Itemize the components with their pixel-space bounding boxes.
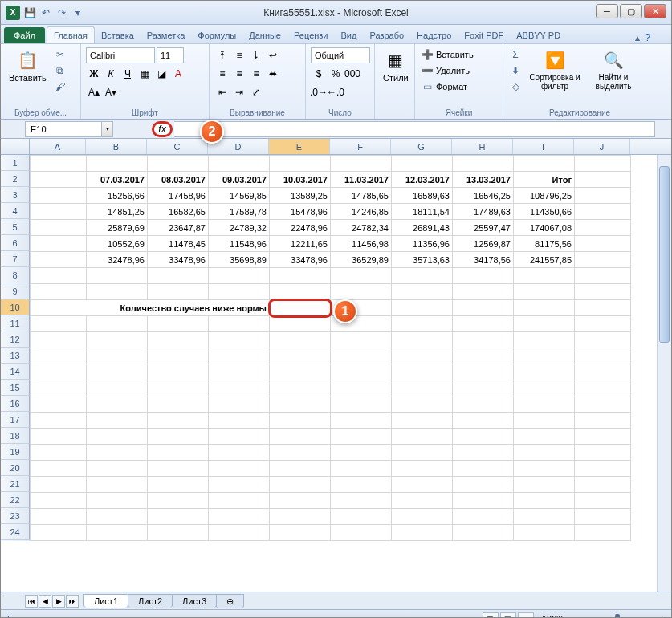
tab-formulas[interactable]: Формулы (191, 27, 242, 43)
cell[interactable]: 17458,96 (148, 188, 209, 204)
cell[interactable] (331, 332, 392, 348)
select-all-corner[interactable] (1, 139, 30, 154)
cell[interactable] (148, 477, 209, 493)
column-header[interactable]: F (330, 139, 391, 154)
cell[interactable] (270, 396, 331, 413)
cell[interactable] (31, 316, 87, 332)
cell[interactable] (87, 477, 148, 493)
cell[interactable] (453, 268, 514, 284)
cell[interactable] (575, 220, 631, 236)
cell[interactable]: 114350,66 (514, 204, 575, 220)
cell[interactable] (575, 332, 631, 348)
fill-color-button[interactable]: ◪ (153, 66, 169, 82)
cell[interactable]: 09.03.2017 (209, 172, 270, 188)
row-header[interactable]: 20 (1, 460, 30, 476)
cell[interactable]: 11478,45 (148, 236, 209, 252)
cell[interactable] (514, 429, 575, 445)
cell[interactable]: 108796,25 (514, 188, 575, 204)
tab-review[interactable]: Рецензи (287, 27, 335, 43)
cell[interactable] (209, 525, 270, 541)
cell[interactable] (87, 156, 148, 172)
cell[interactable] (148, 348, 209, 364)
cell[interactable] (331, 413, 392, 429)
cell[interactable] (270, 380, 331, 396)
column-header[interactable]: J (574, 139, 630, 154)
cell[interactable] (453, 477, 514, 493)
cell[interactable] (514, 461, 575, 477)
cell[interactable] (514, 380, 575, 396)
zoom-out-button[interactable]: − (568, 614, 572, 619)
cell[interactable] (270, 413, 331, 429)
cell[interactable] (87, 348, 148, 364)
cell[interactable] (209, 332, 270, 348)
cell[interactable] (148, 396, 209, 413)
cell[interactable]: 241557,85 (514, 252, 575, 268)
cell[interactable]: 13.03.2017 (453, 172, 514, 188)
row-header[interactable]: 17 (1, 412, 30, 428)
view-normal-icon[interactable]: ▦ (483, 612, 499, 619)
cell[interactable]: Итог (514, 172, 575, 188)
cell[interactable] (31, 509, 87, 525)
cell[interactable] (87, 364, 148, 380)
cell[interactable] (575, 268, 631, 284)
cell[interactable] (209, 413, 270, 429)
copy-icon[interactable]: ⧉ (53, 63, 67, 78)
percent-icon[interactable]: % (328, 66, 344, 82)
paste-button[interactable]: 📋 Вставить (6, 47, 50, 84)
cell[interactable] (209, 268, 270, 284)
format-label[interactable]: Формат (436, 82, 467, 91)
cell[interactable] (575, 380, 631, 396)
tab-data[interactable]: Данные (242, 27, 287, 43)
cell[interactable] (453, 156, 514, 172)
tab-insert[interactable]: Вставка (95, 27, 141, 43)
zoom-in-button[interactable]: + (660, 614, 665, 619)
cell[interactable] (575, 429, 631, 445)
row-header[interactable]: 5 (1, 219, 30, 235)
cell[interactable] (87, 445, 148, 461)
cell[interactable] (575, 364, 631, 380)
cell[interactable] (575, 396, 631, 413)
row-header[interactable]: 10 (1, 299, 30, 315)
orientation-icon[interactable]: ⤢ (248, 84, 264, 100)
vertical-scrollbar[interactable] (657, 155, 671, 592)
column-header[interactable]: A (30, 139, 86, 154)
cell[interactable] (453, 316, 514, 332)
cell[interactable] (453, 284, 514, 300)
cell[interactable] (392, 525, 453, 541)
cell[interactable] (331, 429, 392, 445)
align-top-icon[interactable]: ⭱ (214, 47, 230, 63)
view-page-break-icon[interactable]: ▭ (518, 612, 534, 619)
cell[interactable] (31, 284, 87, 300)
insert-function-button[interactable]: fx (152, 121, 173, 137)
cell[interactable] (209, 477, 270, 493)
number-format-select[interactable] (311, 47, 370, 63)
cell[interactable] (575, 236, 631, 252)
cell[interactable] (453, 396, 514, 413)
cell[interactable]: 33478,96 (270, 252, 331, 268)
cell[interactable] (331, 156, 392, 172)
cell[interactable]: 26891,43 (392, 220, 453, 236)
cell[interactable] (270, 525, 331, 541)
cell[interactable]: 25597,47 (453, 220, 514, 236)
decrease-font-icon[interactable]: A▾ (103, 84, 119, 100)
cell[interactable]: 18111,54 (392, 204, 453, 220)
fill-icon[interactable]: ⬇ (508, 63, 523, 78)
cell[interactable] (575, 413, 631, 429)
cell[interactable] (331, 493, 392, 509)
row-header[interactable]: 9 (1, 283, 30, 299)
cell[interactable] (331, 461, 392, 477)
cell[interactable] (31, 364, 87, 380)
cell[interactable] (392, 477, 453, 493)
tab-abbyy[interactable]: ABBYY PD (510, 27, 567, 43)
row-header[interactable]: 8 (1, 267, 30, 283)
cell[interactable]: 32478,96 (87, 252, 148, 268)
cell[interactable] (270, 284, 331, 300)
tab-layout[interactable]: Разметка (141, 27, 192, 43)
cell[interactable] (148, 493, 209, 509)
sheet-tab-3[interactable]: Лист3 (172, 594, 217, 608)
cell[interactable]: 81175,56 (514, 236, 575, 252)
cell[interactable] (87, 284, 148, 300)
align-middle-icon[interactable]: ≡ (231, 47, 247, 63)
sheet-tab-2[interactable]: Лист2 (128, 594, 173, 608)
cell[interactable] (87, 396, 148, 413)
